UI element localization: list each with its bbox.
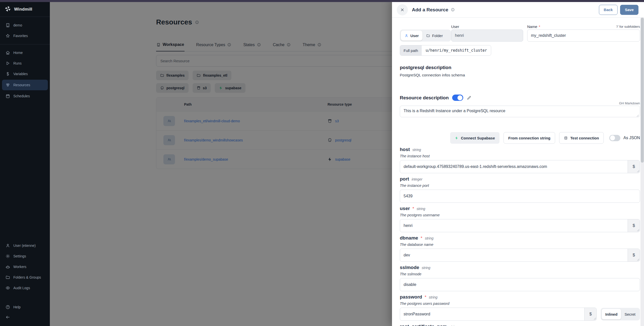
field-type: string [425, 236, 433, 240]
secret-option[interactable]: Secret [621, 309, 639, 319]
close-drawer-button[interactable] [397, 4, 408, 15]
supabase-bolt-icon [455, 136, 458, 140]
segment-label: Folder [432, 34, 443, 38]
page: Windmill demo Favorites Home Runs [0, 0, 644, 326]
required-asterisk: * [425, 295, 426, 300]
sidebar-item-home[interactable]: Home [0, 47, 50, 58]
resource-description-heading: Resource description [400, 95, 449, 101]
connect-supabase-button[interactable]: Connect Supabase [450, 132, 499, 144]
nav-label: Home [13, 51, 23, 55]
owner-folder-segment[interactable]: Folder [422, 31, 447, 41]
sidebar-item-settings[interactable]: Settings [0, 251, 50, 261]
dbname-input[interactable] [400, 249, 640, 262]
nav-label: Audit Logs [13, 286, 30, 290]
name-field-label: Name * [527, 24, 540, 29]
drawer-scrollbar[interactable] [640, 18, 644, 326]
user-field-input[interactable] [451, 29, 523, 42]
name-field-input[interactable] [527, 29, 640, 42]
owner-toggle-group: User Folder [400, 29, 451, 42]
sidebar-item-schedules[interactable]: Schedules [0, 91, 50, 101]
field-name: host [400, 147, 410, 152]
field-description: The instance port [400, 183, 640, 188]
field-dbname: dbname* string The database name $ [400, 235, 640, 262]
owner-user-segment[interactable]: User [401, 31, 422, 41]
play-icon [6, 61, 10, 66]
segment-label: User [410, 34, 419, 38]
back-button[interactable]: Back [599, 5, 618, 15]
dollar-icon [6, 72, 10, 76]
sidebar-item-folders-groups[interactable]: Folders & Groups [0, 272, 50, 283]
nav-label: Runs [13, 61, 22, 65]
field-password: password* string The postgres users pass… [400, 294, 640, 321]
sidebar-item-favorites[interactable]: Favorites [0, 31, 50, 41]
field-description: The postgres username [400, 213, 640, 218]
field-port: port integer The instance port [400, 176, 640, 203]
resize-handle [637, 258, 639, 261]
drawer-header: Add a Resource Back Save [392, 2, 644, 18]
database-icon [564, 136, 568, 140]
sidebar-item-runs[interactable]: Runs [0, 58, 50, 69]
button-label: Connect Supabase [461, 136, 495, 140]
robot-icon [6, 264, 10, 269]
help-label: Help [13, 305, 21, 309]
test-connection-button[interactable]: Test connection [559, 132, 604, 144]
sidebar-item-variables[interactable]: Variables [0, 69, 50, 79]
user-input[interactable] [400, 219, 640, 232]
subfolders-hint: '/' for subfolders [616, 25, 640, 28]
required-asterisk: * [412, 206, 414, 211]
sidebar-item-audit-logs[interactable]: Audit Logs [0, 283, 50, 293]
type-description-heading: postgresql description [400, 65, 640, 70]
workspace-label: demo [13, 23, 22, 27]
sidebar-item-resources[interactable]: Resources [2, 80, 48, 90]
person-icon [405, 34, 408, 38]
field-type: string [429, 295, 437, 299]
required-asterisk: * [539, 24, 540, 29]
home-icon [6, 50, 10, 55]
add-resource-drawer: Add a Resource Back Save User [392, 0, 644, 326]
scrollbar-thumb[interactable] [641, 18, 644, 163]
connection-actions: Connect Supabase From connection string … [400, 132, 640, 144]
button-label: From connection string [508, 136, 551, 140]
field-type: string [449, 325, 458, 326]
sidebar-item-help[interactable]: Help [0, 302, 50, 312]
pencil-icon[interactable] [467, 96, 471, 100]
resource-description-textarea[interactable]: This is a Redshift Instance under a Post… [400, 106, 640, 117]
gear-icon [6, 254, 10, 258]
password-input[interactable] [400, 308, 597, 321]
drawer-title-text: Add a Resource [412, 7, 448, 13]
sslmode-input[interactable] [400, 278, 640, 291]
folder-icon [426, 34, 430, 38]
brand[interactable]: Windmill [0, 2, 50, 17]
host-input[interactable] [400, 160, 640, 173]
star-icon [6, 34, 10, 38]
field-name: sslmode [400, 265, 419, 270]
person-icon [6, 243, 10, 248]
port-input[interactable] [400, 190, 640, 203]
info-icon[interactable] [451, 8, 455, 12]
field-host: host string The instance host $ [400, 147, 640, 173]
inlined-option[interactable]: Inlined [602, 309, 621, 319]
field-type: string [422, 266, 430, 270]
window-top-strip [0, 0, 644, 2]
boxes-icon [6, 83, 10, 87]
nav-label: Folders & Groups [13, 275, 41, 279]
nav-label: Schedules [13, 94, 30, 98]
field-root-certificate-pem: root_certificate_pem string [400, 324, 640, 326]
drawer-body: User Folder User Name [400, 18, 640, 326]
description-toggle[interactable] [452, 95, 463, 101]
from-connection-string-button[interactable]: From connection string [504, 132, 555, 144]
sidebar-item-workspace[interactable]: demo [0, 20, 50, 31]
collapse-sidebar-button[interactable] [0, 312, 50, 324]
save-button[interactable]: Save [620, 5, 638, 15]
arrow-left-icon [6, 315, 10, 319]
drawer-title: Add a Resource [412, 7, 455, 13]
eye-icon [6, 286, 10, 290]
sidebar-item-workers[interactable]: Workers [0, 261, 50, 272]
password-mode-toggle: Inlined Secret [601, 308, 640, 320]
favorites-label: Favorites [13, 34, 28, 38]
windmill-logo-icon [5, 6, 11, 13]
as-json-toggle[interactable] [609, 135, 620, 141]
sidebar-item-user[interactable]: User (etienne) [0, 240, 50, 251]
as-json-label: As JSON [623, 136, 640, 140]
full-path-label: Full path [400, 45, 422, 55]
